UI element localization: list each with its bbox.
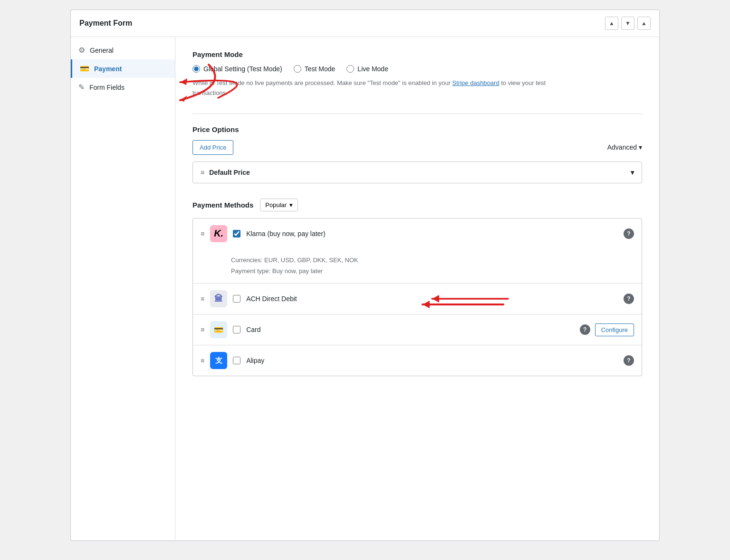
radio-global-label: Global Setting (Test Mode) [203, 65, 282, 73]
klarna-right: ? [624, 228, 634, 239]
klarna-currencies: Currencies: EUR, USD, GBP, DKK, SEK, NOK [231, 255, 358, 266]
edit-icon: ✎ [78, 83, 85, 92]
default-price-row[interactable]: ≡ Default Price ▾ [192, 161, 642, 183]
sidebar-item-form-fields[interactable]: ✎ Form Fields [71, 78, 175, 96]
card-configure-button[interactable]: Configure [595, 323, 634, 336]
alipay-name: Alipay [246, 357, 618, 364]
price-options-section: Price Options Add Price Advanced ▾ ≡ Def… [192, 125, 642, 183]
method-row-klarna: ≡ K. Klarna (buy now, pay later) ? Curre… [193, 218, 642, 284]
collapse-up-button[interactable]: ▲ [605, 17, 618, 30]
sidebar-item-general[interactable]: ⚙ General [71, 41, 175, 59]
ach-drag-icon: ≡ [201, 295, 204, 303]
payment-mode-options: Global Setting (Test Mode) Test Mode Liv… [192, 65, 642, 73]
klarna-icon: K. [210, 225, 227, 242]
sidebar-label-general: General [90, 47, 114, 54]
panel-title: Payment Form [79, 19, 132, 28]
method-row-alipay: ≡ 支 Alipay ? [193, 345, 642, 376]
card-payment-icon: 💳 [210, 321, 227, 338]
card-icon: 💳 [80, 64, 89, 73]
add-price-button[interactable]: Add Price [192, 140, 233, 155]
expand-button[interactable]: ▲ [637, 17, 651, 30]
alipay-help-icon[interactable]: ? [624, 355, 634, 366]
payment-methods-filter[interactable]: Popular ▾ [260, 199, 298, 211]
sidebar-label-form-fields: Form Fields [89, 84, 125, 91]
klarna-checkbox[interactable] [233, 230, 240, 237]
klarna-help-icon[interactable]: ? [624, 228, 634, 239]
card-help-icon[interactable]: ? [580, 324, 590, 335]
method-row-ach: ≡ 🏛 ACH Direct Debit ? [193, 284, 642, 314]
payment-methods-section: Payment Methods Popular ▾ ≡ K. Klarna (b… [192, 199, 642, 377]
payment-methods-header: Payment Methods Popular ▾ [192, 199, 642, 211]
radio-live-mode[interactable]: Live Mode [346, 65, 388, 73]
divider-1 [192, 114, 642, 114]
radio-test-input[interactable] [294, 65, 301, 73]
default-price-left: ≡ Default Price [201, 169, 250, 176]
payment-methods-title: Payment Methods [192, 201, 253, 209]
ach-name: ACH Direct Debit [246, 295, 618, 303]
drag-handle-icon: ≡ [201, 169, 204, 176]
radio-live-label: Live Mode [357, 65, 388, 73]
radio-live-input[interactable] [346, 65, 354, 73]
default-price-label: Default Price [209, 169, 250, 176]
price-options-title: Price Options [192, 125, 642, 133]
payment-mode-title: Payment Mode [192, 50, 642, 58]
stripe-dashboard-link[interactable]: Stripe dashboard [452, 79, 499, 86]
ach-checkbox[interactable] [233, 295, 240, 303]
radio-test-mode[interactable]: Test Mode [294, 65, 336, 73]
radio-global-setting[interactable]: Global Setting (Test Mode) [192, 65, 282, 73]
radio-global-input[interactable] [192, 65, 200, 73]
card-checkbox[interactable] [233, 326, 240, 333]
ach-right: ? [624, 294, 634, 304]
radio-test-label: Test Mode [305, 65, 336, 73]
klarna-payment-type: Payment type: Buy now, pay later [231, 266, 358, 276]
klarna-name: Klarna (buy now, pay later) [246, 230, 618, 237]
collapse-down-button[interactable]: ▼ [621, 17, 634, 30]
filter-label: Popular [265, 201, 287, 209]
sidebar-item-payment[interactable]: 💳 Payment [71, 59, 175, 78]
price-options-header: Add Price Advanced ▾ [192, 140, 642, 155]
default-price-chevron-icon: ▾ [631, 169, 634, 176]
method-row-card: ≡ 💳 Card ? Configure [193, 314, 642, 345]
sidebar-label-payment: Payment [94, 65, 122, 73]
payment-methods-list: ≡ K. Klarna (buy now, pay later) ? Curre… [192, 218, 642, 377]
advanced-label: Advanced [607, 143, 637, 151]
card-name: Card [246, 326, 574, 333]
card-drag-icon: ≡ [201, 326, 204, 333]
klarna-row-main: ≡ K. Klarna (buy now, pay later) ? [193, 218, 642, 249]
panel-controls: ▲ ▼ ▲ [605, 17, 651, 30]
ach-help-icon[interactable]: ? [624, 294, 634, 304]
payment-mode-helper: While in Test Mode no live payments are … [192, 78, 582, 98]
payment-mode-section: Payment Mode Global Setting (Test Mode) … [192, 50, 642, 98]
klarna-details: Currencies: EUR, USD, GBP, DKK, SEK, NOK… [193, 255, 366, 284]
alipay-icon: 支 [210, 352, 227, 369]
alipay-drag-icon: ≡ [201, 357, 204, 364]
main-content: Payment Mode Global Setting (Test Mode) … [175, 37, 659, 541]
sidebar: ⚙ General 💳 Payment ✎ Form Fields [71, 37, 175, 541]
chevron-down-icon: ▾ [639, 143, 642, 151]
advanced-dropdown[interactable]: Advanced ▾ [607, 143, 642, 151]
ach-icon: 🏛 [210, 290, 227, 307]
alipay-checkbox[interactable] [233, 357, 240, 364]
card-right: ? Configure [580, 323, 634, 336]
filter-chevron-icon: ▾ [289, 201, 293, 209]
alipay-right: ? [624, 355, 634, 366]
klarna-drag-icon: ≡ [201, 230, 204, 237]
gear-icon: ⚙ [78, 46, 85, 55]
